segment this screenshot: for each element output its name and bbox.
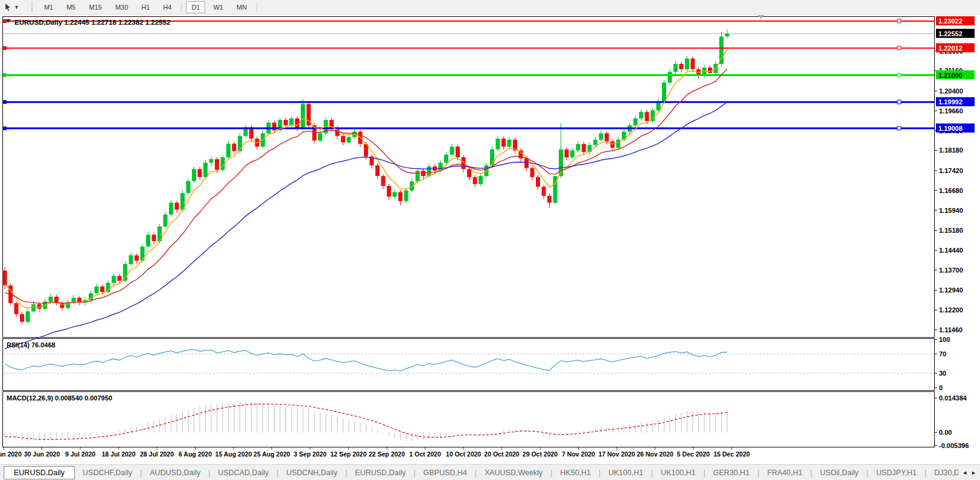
timeframe-button-m1[interactable]: M1 (39, 1, 59, 13)
line-handle-right[interactable] (897, 19, 901, 23)
chart-tab-hk50-h1[interactable]: HK50,H1 (552, 467, 599, 479)
chart-tab-eurusd-daily[interactable]: EURUSD,Daily (4, 466, 75, 479)
date-label: 3 Sep 2020 (291, 450, 329, 458)
candle-body (536, 177, 540, 187)
macd-label: MACD(12,26,9) 0.008540 0.007950 (7, 394, 112, 402)
chart-tab-audusd-daily[interactable]: AUDUSD,Daily (142, 467, 208, 479)
timeframe-button-d1[interactable]: D1 (186, 1, 205, 13)
date-label: 20 Oct 2020 (483, 450, 521, 458)
tab-scroll-right-icon[interactable]: ► (971, 470, 976, 476)
mt4-window: ▼ M1M5M15M30H1H4D1W1MN 1.219001.211601.2… (0, 0, 980, 480)
candle-body (192, 169, 196, 181)
candle-body (708, 68, 712, 73)
price-level-badge-label: 1.21000 (938, 72, 962, 79)
candle-body (284, 120, 288, 125)
candle-body (599, 133, 603, 140)
chart-tabbar: EURUSD,DailyUSDCHF,Daily|AUDUSD,Daily|US… (0, 464, 980, 480)
timeframe-button-m30[interactable]: M30 (110, 1, 133, 13)
date-label: 30 Jun 2020 (23, 450, 62, 458)
candle-body (20, 314, 24, 322)
line-handle-left[interactable] (3, 100, 7, 104)
candle-body (576, 144, 581, 151)
price-tick-label: 1.18180 (939, 147, 963, 154)
date-label: 15 Dec 2020 (713, 450, 751, 458)
date-label: 22 Sep 2020 (368, 450, 406, 458)
candle-body (456, 147, 460, 157)
time-axis: 20 Jun 202030 Jun 20209 Jul 202018 Jul 2… (0, 450, 980, 460)
timeframe-button-h1[interactable]: H1 (136, 1, 155, 13)
candle-body (112, 276, 116, 283)
price-tick-label: 1.11460 (939, 326, 962, 333)
candle-body (209, 159, 214, 163)
chart-tab-xauusd-weekly[interactable]: XAUUSD,Weekly (477, 467, 550, 479)
price-tick-label: 1.12200 (939, 306, 963, 314)
candle-body (410, 182, 414, 191)
price-level-badge-label: 1.22012 (938, 45, 962, 52)
line-handle-left[interactable] (3, 127, 7, 130)
candle-body (232, 144, 237, 151)
line-handle-left[interactable] (3, 74, 7, 77)
price-level-badge-label: 1.23022 (938, 17, 962, 25)
chart-tab-fra40-h1[interactable]: FRA40,H1 (759, 467, 810, 479)
chart-tab-uk100-h1[interactable]: UK100,H1 (600, 467, 651, 479)
chart-tab-uk100-h1[interactable]: UK100,H1 (653, 467, 704, 479)
candle-body (49, 297, 53, 302)
candle-body (398, 192, 402, 201)
candle-body (404, 191, 409, 201)
tab-scroll-left-icon[interactable]: ◄ (962, 470, 967, 476)
line-handle-left[interactable] (3, 46, 7, 50)
timeframe-button-w1[interactable]: W1 (208, 1, 229, 13)
candle-body (169, 203, 173, 215)
chart-tab-ger30-h1[interactable]: GER30,H1 (705, 467, 757, 479)
rsi-panel[interactable] (3, 339, 935, 391)
candle-body (26, 311, 30, 321)
toolbar-grip-handle[interactable] (31, 2, 33, 11)
chart-title: EURUSD,Daily 1.22445 1.22718 1.22382 1.2… (14, 19, 170, 26)
chart-tab-usdcnh-daily[interactable]: USDCNH,Daily (278, 467, 345, 479)
timeframe-button-m15[interactable]: M15 (83, 1, 107, 13)
date-label: 17 Nov 2020 (597, 450, 636, 458)
candle-body (387, 186, 391, 197)
chart-tab-usdchf-daily[interactable]: USDCHF,Daily (75, 467, 140, 479)
date-label: 18 Jul 2020 (100, 450, 138, 458)
chart-tab-eurusd-daily[interactable]: EURUSD,Daily (347, 467, 413, 479)
dropdown-caret-icon: ▼ (14, 4, 19, 10)
price-tick-label: 1.15180 (939, 227, 963, 234)
cursor-tool-button[interactable]: ▼ (0, 2, 23, 13)
candle-body (593, 140, 597, 145)
chart-tab-usdcad-daily[interactable]: USDCAD,Daily (210, 467, 276, 479)
price-tick-label: 1.13700 (939, 267, 963, 274)
candle-body (508, 140, 512, 147)
candle-body (662, 83, 666, 101)
line-handle-right[interactable] (897, 100, 901, 104)
price-tick-label: 1.17420 (939, 167, 963, 174)
candle-body (175, 203, 179, 210)
chart-tab-gbpusd-h4[interactable]: GBPUSD,H4 (416, 467, 475, 479)
timeframe-button-h4[interactable]: H4 (158, 1, 177, 13)
candle-body (473, 177, 477, 185)
tab-scroll-arrows: ◄ ► (958, 470, 980, 476)
candle-body (146, 235, 150, 247)
timeframe-button-m5[interactable]: M5 (61, 1, 81, 13)
line-handle-right[interactable] (897, 46, 901, 50)
line-handle-right[interactable] (897, 127, 901, 130)
candle-body (634, 118, 638, 125)
candle-body (582, 144, 586, 152)
candle-body (530, 168, 535, 177)
chart-canvas[interactable]: 1.219001.211601.204001.196601.189201.181… (0, 0, 980, 480)
chart-tab-usoil-daily[interactable]: USOil,Daily (812, 467, 867, 479)
timeframe-button-mn[interactable]: MN (231, 1, 252, 13)
chart-tab-usdjpy-h1[interactable]: USDJPY,H1 (868, 467, 924, 479)
candle-body (381, 176, 386, 186)
macd-panel[interactable] (3, 392, 935, 447)
macd-scale-label: -0.005396 (939, 442, 969, 449)
timeframe-toolbar: ▼ M1M5M15M30H1H4D1W1MN (0, 0, 980, 14)
macd-scale-label: 0.00 (939, 429, 952, 436)
line-handle-right[interactable] (897, 74, 901, 77)
candle-body (135, 255, 139, 261)
rsi-scale-label: 100 (939, 336, 950, 343)
candle-body (450, 147, 454, 154)
chart-tab-dj30-daily[interactable]: DJ30,Daily (926, 467, 958, 479)
price-level-badge-label: 1.22552 (938, 30, 962, 37)
date-label: 7 Nov 2020 (559, 450, 598, 458)
